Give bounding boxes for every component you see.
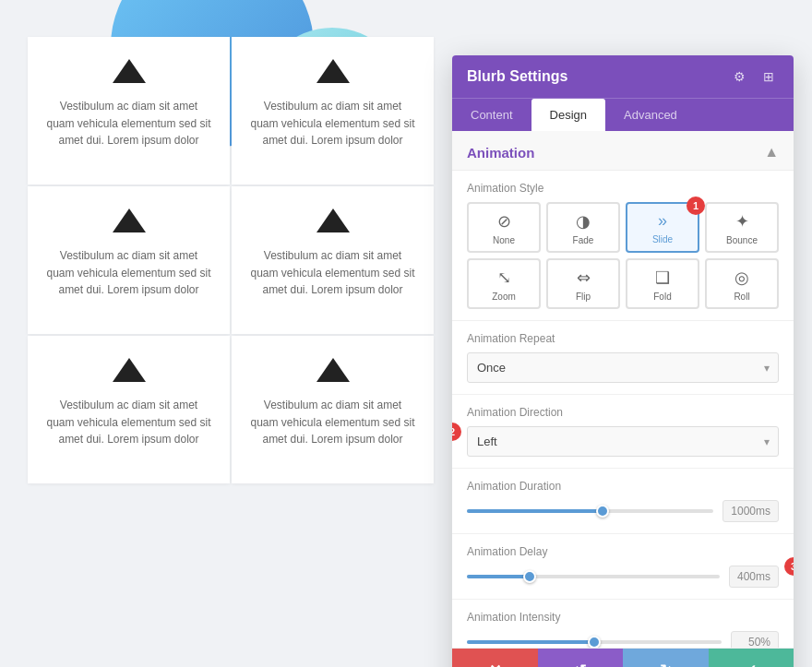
animation-duration-thumb[interactable] xyxy=(596,505,609,518)
bounce-label: Bounce xyxy=(726,235,758,245)
badge-1: 1 xyxy=(687,197,705,215)
redo-button[interactable]: ↻ xyxy=(623,649,709,667)
panel-tabs: Content Design Advanced xyxy=(452,98,794,131)
animation-intensity-group: Animation Intensity 50% xyxy=(452,600,794,648)
card-text-3: Vestibulum ac diam sit amet quam vehicul… xyxy=(46,247,211,299)
zoom-label: Zoom xyxy=(492,292,516,302)
animation-repeat-select[interactable]: Once Loop Infinite xyxy=(467,352,779,383)
tab-advanced[interactable]: Advanced xyxy=(605,99,696,131)
animation-delay-value: 400ms xyxy=(729,566,779,588)
animation-duration-value: 1000ms xyxy=(722,500,779,522)
section-title: Animation xyxy=(467,145,534,161)
animation-direction-label: Animation Direction xyxy=(467,406,779,419)
tab-design[interactable]: Design xyxy=(531,99,605,131)
card-text-2: Vestibulum ac diam sit amet quam vehicul… xyxy=(250,98,415,149)
slide-label: Slide xyxy=(652,234,673,244)
animation-duration-group: Animation Duration 1000ms xyxy=(452,469,794,534)
slide-icon: » xyxy=(658,211,667,231)
animation-repeat-select-wrapper: Once Loop Infinite ▾ xyxy=(467,352,779,383)
reset-button[interactable]: ↺ xyxy=(538,649,624,667)
panel-footer: ✕ ↺ ↻ ✓ xyxy=(452,648,794,667)
animation-duration-fill xyxy=(467,509,603,513)
bounce-icon: ✦ xyxy=(735,211,749,232)
animation-delay-group: Animation Delay 400ms 3 xyxy=(452,534,794,600)
card-text-1: Vestibulum ac diam sit amet quam vehicul… xyxy=(46,98,211,149)
settings-panel: Blurb Settings ⚙ ⊞ Content Design Advanc… xyxy=(452,55,794,667)
animation-intensity-row: 50% xyxy=(467,631,779,648)
card-triangle-3 xyxy=(113,208,146,232)
cancel-button[interactable]: ✕ xyxy=(452,649,538,667)
animation-delay-label: Animation Delay xyxy=(467,545,779,558)
animation-style-label: Animation Style xyxy=(467,182,779,195)
confirm-button[interactable]: ✓ xyxy=(709,649,794,667)
card-triangle-1 xyxy=(113,59,146,83)
style-roll[interactable]: ◎ Roll xyxy=(705,258,779,309)
card-triangle-5 xyxy=(113,358,146,382)
card-3: Vestibulum ac diam sit amet quam vehicul… xyxy=(28,186,230,334)
animation-delay-track[interactable] xyxy=(467,575,720,578)
animation-direction-group: 2 Animation Direction Left Right Top Bot… xyxy=(452,395,794,469)
section-toggle[interactable]: ▲ xyxy=(764,144,779,161)
none-icon: ⊘ xyxy=(497,211,511,232)
style-slide[interactable]: 1 » Slide xyxy=(626,202,699,253)
panel-header-icons: ⚙ ⊞ xyxy=(729,66,779,87)
card-2: Vestibulum ac diam sit amet quam vehicul… xyxy=(232,37,434,185)
fold-icon: ❑ xyxy=(655,268,670,288)
card-grid: Vestibulum ac diam sit amet quam vehicul… xyxy=(28,37,434,483)
badge-3: 3 xyxy=(784,557,794,576)
settings-icon[interactable]: ⚙ xyxy=(729,66,749,87)
style-none[interactable]: ⊘ None xyxy=(467,202,541,253)
expand-icon[interactable]: ⊞ xyxy=(758,66,779,87)
style-fold[interactable]: ❑ Fold xyxy=(626,258,699,309)
animation-delay-thumb[interactable] xyxy=(523,570,536,583)
animation-delay-fill xyxy=(467,575,530,578)
animation-duration-label: Animation Duration xyxy=(467,480,779,493)
card-1: Vestibulum ac diam sit amet quam vehicul… xyxy=(28,37,230,185)
fade-label: Fade xyxy=(573,235,594,245)
animation-intensity-label: Animation Intensity xyxy=(467,611,779,624)
roll-icon: ◎ xyxy=(734,268,749,288)
animation-intensity-value: 50% xyxy=(731,631,779,648)
card-4: Vestibulum ac diam sit amet quam vehicul… xyxy=(232,186,434,334)
card-text-5: Vestibulum ac diam sit amet quam vehicul… xyxy=(46,397,211,448)
style-fade[interactable]: ◑ Fade xyxy=(546,202,620,253)
animation-repeat-group: Animation Repeat Once Loop Infinite ▾ xyxy=(452,321,794,395)
badge-2: 2 xyxy=(452,423,461,441)
zoom-icon: ⤡ xyxy=(497,268,511,288)
panel-body: Animation ▲ Animation Style ⊘ None ◑ Fad… xyxy=(452,131,794,648)
animation-intensity-thumb[interactable] xyxy=(588,636,601,648)
card-triangle-6 xyxy=(316,358,350,382)
fold-label: Fold xyxy=(653,292,671,302)
flip-label: Flip xyxy=(576,292,591,302)
animation-direction-select-wrapper: Left Right Top Bottom ▾ xyxy=(467,426,779,457)
animation-section-header: Animation ▲ xyxy=(452,131,794,171)
animation-repeat-label: Animation Repeat xyxy=(467,332,779,345)
animation-direction-select[interactable]: Left Right Top Bottom xyxy=(467,426,779,457)
panel-header: Blurb Settings ⚙ ⊞ xyxy=(452,55,794,98)
animation-style-grid: ⊘ None ◑ Fade 1 » Slide ✦ Bounce ⤡ xyxy=(467,202,779,309)
animation-duration-track[interactable] xyxy=(467,509,713,513)
animation-duration-row: 1000ms xyxy=(467,500,779,522)
card-text-6: Vestibulum ac diam sit amet quam vehicul… xyxy=(250,397,415,448)
flip-icon: ⇔ xyxy=(577,268,591,288)
animation-delay-row: 400ms 3 xyxy=(467,566,779,588)
animation-intensity-fill xyxy=(467,640,594,644)
card-triangle-4 xyxy=(316,208,350,232)
style-bounce[interactable]: ✦ Bounce xyxy=(705,202,779,253)
card-triangle-2 xyxy=(316,59,350,83)
none-label: None xyxy=(493,235,515,245)
card-6: Vestibulum ac diam sit amet quam vehicul… xyxy=(232,336,434,483)
animation-intensity-track[interactable] xyxy=(467,640,722,644)
style-zoom[interactable]: ⤡ Zoom xyxy=(467,258,541,309)
animation-style-group: Animation Style ⊘ None ◑ Fade 1 » Slide … xyxy=(452,171,794,321)
tab-content[interactable]: Content xyxy=(452,99,531,131)
style-flip[interactable]: ⇔ Flip xyxy=(546,258,620,309)
card-text-4: Vestibulum ac diam sit amet quam vehicul… xyxy=(250,247,415,299)
card-5: Vestibulum ac diam sit amet quam vehicul… xyxy=(28,336,230,483)
fade-icon: ◑ xyxy=(576,211,591,232)
roll-label: Roll xyxy=(734,292,749,302)
panel-title: Blurb Settings xyxy=(467,68,567,85)
